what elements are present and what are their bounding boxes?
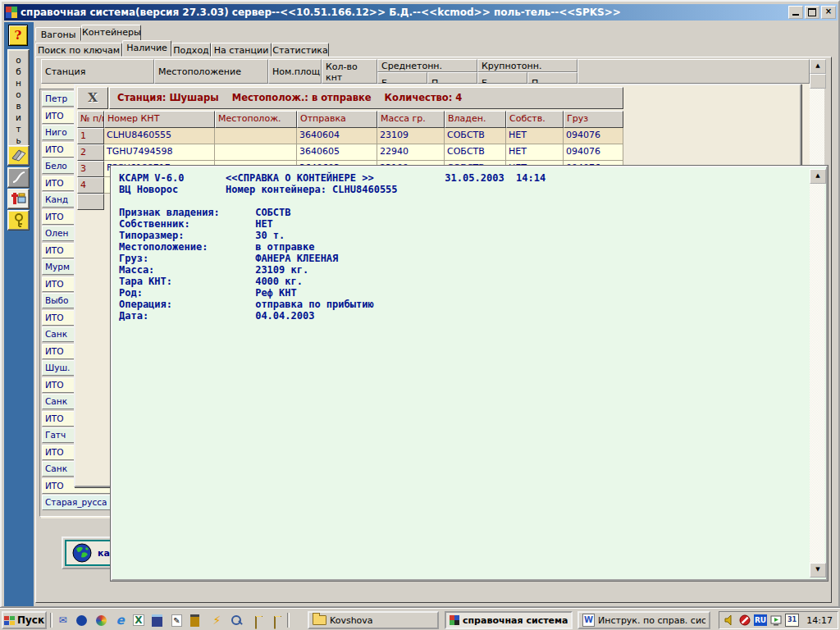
calendar-icon[interactable]: 31 bbox=[785, 614, 799, 627]
volume-icon[interactable] bbox=[723, 614, 736, 627]
winamp-icon[interactable]: ⚡ bbox=[210, 614, 224, 628]
popup-cell[interactable]: 3640604 bbox=[297, 128, 377, 144]
images-icon[interactable] bbox=[267, 616, 281, 630]
start-label: Пуск bbox=[17, 614, 44, 626]
popup-cell[interactable]: CLHU8460555 bbox=[104, 128, 215, 144]
popup-cell[interactable]: 094076 bbox=[564, 144, 623, 161]
lang-ru-badge[interactable]: RU bbox=[754, 614, 767, 626]
column-header-nom[interactable]: Ном.площ. bbox=[268, 59, 322, 84]
report-scroll-down[interactable]: ▼ bbox=[810, 563, 826, 578]
column-header-location[interactable]: Местоположение bbox=[154, 59, 268, 84]
popup-title: Станция: Шушары Местополож.: в отправке … bbox=[109, 87, 623, 109]
search-icon[interactable] bbox=[229, 614, 243, 628]
excel-icon[interactable]: X bbox=[133, 614, 144, 626]
media-icon[interactable] bbox=[94, 614, 108, 628]
tools-icon[interactable] bbox=[7, 189, 30, 209]
popup-cell[interactable]: НЕТ bbox=[506, 128, 564, 144]
popup-column-header[interactable]: Собств. bbox=[506, 111, 564, 128]
block-icon[interactable] bbox=[738, 614, 751, 627]
report-text: КСАРМ V-6.0 <<СПРАВКА О КОНТЕЙНЕРЕ >> 31… bbox=[119, 172, 546, 322]
tab-podhod[interactable]: Подход bbox=[171, 43, 211, 57]
popup-cell[interactable]: TGHU7494598 bbox=[104, 144, 215, 161]
task-label: Инструк. по справ. сист... bbox=[598, 615, 705, 626]
task-instrukciya[interactable]: W Инструк. по справ. сист... bbox=[578, 611, 710, 629]
popup-column-header[interactable]: Масса гр. bbox=[377, 111, 445, 128]
folder-up-icon[interactable] bbox=[249, 616, 262, 630]
popup-cell[interactable]: НЕТ bbox=[506, 144, 564, 161]
help-button[interactable]: ? bbox=[8, 25, 28, 46]
app-window: справочная система(версия 27.3.03) серве… bbox=[0, 0, 840, 608]
minimize-icon bbox=[792, 14, 799, 16]
eraser-icon[interactable] bbox=[7, 145, 30, 166]
qty-line1: Кол-во bbox=[326, 62, 373, 72]
paint-icon[interactable] bbox=[190, 614, 199, 627]
minimize-button[interactable] bbox=[788, 6, 803, 19]
curve-icon[interactable] bbox=[7, 167, 30, 188]
key-icon[interactable] bbox=[7, 210, 30, 231]
popup-cell[interactable] bbox=[215, 144, 297, 161]
calculator-icon[interactable] bbox=[152, 614, 162, 627]
popup-column-header[interactable]: Отправка bbox=[297, 111, 377, 128]
tab-na-stancii[interactable]: На станции bbox=[211, 43, 272, 57]
task-label: Kovshova bbox=[330, 615, 373, 626]
popup-column-header[interactable]: Владен. bbox=[445, 111, 506, 128]
tab-poisk-po-klyucham[interactable]: Поиск по ключам bbox=[35, 43, 122, 57]
popup-row-number[interactable]: 4 bbox=[77, 177, 104, 194]
ie-icon[interactable]: e bbox=[113, 614, 127, 628]
popup-column-header[interactable]: № п/п bbox=[77, 111, 104, 128]
tab-statistika[interactable]: Статистика bbox=[272, 43, 329, 57]
title-bar[interactable]: справочная система(версия 27.3.03) серве… bbox=[4, 4, 838, 21]
taskbar-separator bbox=[50, 613, 52, 628]
scroll-up-button[interactable]: ▲ bbox=[810, 59, 826, 74]
tab-nalichie[interactable]: Наличие bbox=[122, 40, 171, 57]
popup-column-header[interactable]: Номер КНТ bbox=[104, 111, 215, 128]
column-header-krupnotonn[interactable]: Крупнотонн. bbox=[477, 59, 578, 72]
station-list-item[interactable]: Старая_русса bbox=[42, 495, 112, 510]
close-button[interactable]: × bbox=[821, 6, 836, 19]
popup-row-number[interactable]: 3 bbox=[77, 161, 104, 177]
scheduler-icon[interactable] bbox=[769, 614, 783, 627]
column-header-srednetonn[interactable]: Среднетонн. bbox=[377, 59, 477, 72]
task-label: справочная система(... bbox=[463, 615, 568, 626]
popup-row-number[interactable]: 2 bbox=[77, 144, 104, 161]
screen: справочная система(версия 27.3.03) серве… bbox=[0, 0, 840, 630]
tab-vagony[interactable]: Вагоны bbox=[35, 27, 81, 41]
qty-line2: кнт bbox=[326, 72, 373, 83]
subcolumn-p2[interactable]: П bbox=[527, 72, 578, 84]
popup-cell[interactable]: СОБСТВ bbox=[445, 144, 506, 161]
taskbar: Пуск ✉ e X ✎ ⚡ Kovshova справочная систе… bbox=[0, 608, 840, 630]
scroll-thumb[interactable] bbox=[810, 74, 826, 89]
popup-cell[interactable]: 3640605 bbox=[297, 144, 377, 161]
task-spravochnaya-sistema[interactable]: справочная система(... bbox=[445, 611, 573, 629]
notepad-icon[interactable]: ✎ bbox=[171, 614, 182, 627]
subcolumn-b1[interactable]: Б bbox=[377, 72, 427, 84]
popup-close-button[interactable]: X bbox=[77, 87, 108, 109]
popup-row-number[interactable]: 1 bbox=[77, 128, 104, 144]
refresh-button[interactable]: обновить bbox=[7, 49, 30, 151]
popup-cell[interactable]: 23109 bbox=[377, 128, 445, 144]
report-scroll-up[interactable]: ▲ bbox=[810, 169, 826, 184]
popup-column-header[interactable]: Груз bbox=[564, 111, 623, 128]
start-button[interactable]: Пуск bbox=[2, 611, 47, 629]
column-header-station[interactable]: Станция bbox=[41, 59, 154, 84]
msn-icon[interactable] bbox=[75, 614, 89, 628]
popup-column-header[interactable]: Местополож. bbox=[215, 111, 297, 128]
tab-kontejnery[interactable]: Контейнеры bbox=[81, 25, 141, 41]
maximize-icon bbox=[808, 8, 816, 16]
column-header-qty[interactable]: Кол-во кнт bbox=[322, 59, 377, 84]
report-scrollbar[interactable]: ▲ ▼ bbox=[810, 169, 824, 578]
windows-logo-icon bbox=[4, 616, 15, 625]
subcolumn-p1[interactable]: П bbox=[427, 72, 477, 84]
popup-cell[interactable] bbox=[215, 128, 297, 144]
window-title: справочная система(версия 27.3.03) серве… bbox=[21, 7, 787, 18]
popup-cell[interactable]: 22940 bbox=[377, 144, 445, 161]
app-icon bbox=[6, 7, 17, 18]
globe-icon bbox=[71, 542, 93, 564]
app-icon bbox=[450, 615, 459, 625]
popup-cell[interactable]: СОБСТВ bbox=[445, 128, 506, 144]
subcolumn-b2[interactable]: Б bbox=[477, 72, 527, 84]
maximize-button[interactable] bbox=[805, 6, 819, 19]
mail-icon[interactable]: ✉ bbox=[56, 614, 70, 628]
task-kovshova[interactable]: Kovshova bbox=[308, 611, 439, 629]
popup-cell[interactable]: 094076 bbox=[564, 128, 623, 144]
